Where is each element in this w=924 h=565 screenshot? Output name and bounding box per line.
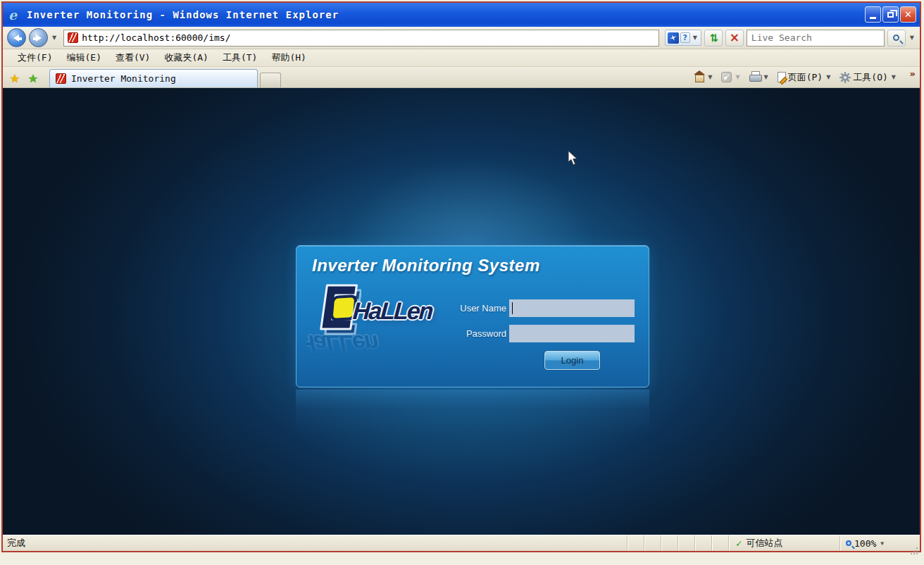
page-menu-button[interactable]: 页面(P) ▼ xyxy=(775,69,835,86)
tab-favicon xyxy=(56,73,66,84)
browser-window: e Inverter Monitoring - Windows Internet… xyxy=(1,1,921,552)
minimize-icon xyxy=(870,17,876,19)
plugin-button-group[interactable]: ? ▼ xyxy=(665,30,701,46)
home-icon xyxy=(694,74,704,83)
new-tab-button[interactable] xyxy=(260,73,281,87)
add-favorite-button[interactable]: ★ xyxy=(24,70,42,87)
page-menu-label: 页面(P) xyxy=(788,71,823,84)
restore-icon xyxy=(887,12,894,18)
security-zone-badge[interactable]: ✓ 可信站点 xyxy=(728,535,839,551)
tab-title: Inverter Monitoring xyxy=(71,73,176,84)
username-input[interactable] xyxy=(509,299,635,317)
username-label: User Name xyxy=(401,303,506,313)
home-button[interactable]: ▼ xyxy=(691,69,716,86)
status-cell xyxy=(661,535,678,551)
toolbar-overflow-chevron[interactable]: » xyxy=(910,68,916,79)
page-icon xyxy=(778,72,786,82)
title-bar: e Inverter Monitoring - Windows Internet… xyxy=(3,3,920,27)
password-label: Password xyxy=(401,328,506,339)
minimize-button[interactable] xyxy=(865,6,881,23)
search-input[interactable] xyxy=(751,32,880,43)
menu-item-favorites[interactable]: 收藏夹(A) xyxy=(158,50,214,66)
login-button[interactable]: Login xyxy=(544,351,600,370)
menu-item-edit[interactable]: 编辑(E) xyxy=(60,50,107,66)
zoom-level: 100% xyxy=(854,538,876,549)
tab-command-bar: ★ ★ Inverter Monitoring ▼ ▼ ▼ 页面(P) ▼ xyxy=(3,67,920,88)
check-icon: ✓ xyxy=(736,538,742,549)
zoom-magnifier-icon xyxy=(846,540,851,546)
stop-icon: × xyxy=(730,32,739,44)
tools-menu-button[interactable]: 工具(O) ▼ xyxy=(837,69,900,86)
navigation-toolbar: ▼ ? ▼ ⇄ × ▼ xyxy=(3,27,920,49)
plugin-help-icon[interactable]: ? xyxy=(680,32,690,43)
zoom-control[interactable]: 100% ▼ xyxy=(839,535,909,551)
tab-inverter-monitoring[interactable]: Inverter Monitoring xyxy=(49,69,258,87)
ie-logo-icon: e xyxy=(8,8,23,22)
trusted-sites-label: 可信站点 xyxy=(746,537,782,550)
url-input[interactable] xyxy=(82,32,655,43)
close-button[interactable]: ✕ xyxy=(900,6,916,23)
mouse-cursor xyxy=(568,150,578,166)
rss-feed-icon xyxy=(721,72,732,82)
back-arrow-icon xyxy=(10,35,19,42)
search-box[interactable] xyxy=(747,30,885,46)
menu-item-help[interactable]: 帮助(H) xyxy=(265,50,312,66)
window-title: Inverter Monitoring - Windows Internet E… xyxy=(27,9,339,20)
printer-icon xyxy=(749,73,761,82)
login-panel-title: Inverter Monitoring System xyxy=(312,256,540,275)
address-bar[interactable] xyxy=(63,30,659,46)
home-dropdown-icon[interactable]: ▼ xyxy=(706,74,713,80)
gear-icon xyxy=(839,72,851,83)
feeds-dropdown-icon: ▼ xyxy=(734,74,741,80)
restore-button[interactable] xyxy=(882,6,899,23)
back-button[interactable] xyxy=(7,28,26,47)
search-button[interactable] xyxy=(887,30,906,46)
resize-grip[interactable] xyxy=(909,535,920,551)
tools-menu-label: 工具(O) xyxy=(853,71,887,84)
password-input[interactable] xyxy=(509,325,635,342)
plugin-dropdown-icon[interactable]: ▼ xyxy=(692,35,699,41)
plugin-bird-icon[interactable] xyxy=(668,32,679,44)
tools-dropdown-icon[interactable]: ▼ xyxy=(890,74,897,80)
stop-button[interactable]: × xyxy=(725,30,744,46)
add-star-icon: ★ xyxy=(28,72,38,85)
site-favicon xyxy=(68,32,78,43)
menu-item-view[interactable]: 查看(V) xyxy=(109,50,156,66)
history-dropdown[interactable]: ▼ xyxy=(51,35,58,41)
print-dropdown-icon[interactable]: ▼ xyxy=(763,74,770,80)
page-dropdown-icon[interactable]: ▼ xyxy=(825,74,832,80)
status-text: 完成 xyxy=(3,537,627,550)
search-icon xyxy=(893,35,899,41)
search-dropdown-icon[interactable]: ▼ xyxy=(909,35,916,41)
page-content: Inverter Monitoring System HaLLen HaLLen xyxy=(3,88,920,535)
zoom-dropdown-icon[interactable]: ▼ xyxy=(879,540,885,547)
forward-button[interactable] xyxy=(29,28,48,47)
star-icon: ★ xyxy=(10,72,20,85)
menu-item-file[interactable]: 文件(F) xyxy=(11,50,58,66)
status-cell xyxy=(644,535,661,551)
feeds-button[interactable]: ▼ xyxy=(718,69,744,86)
status-cell xyxy=(627,535,644,551)
menu-item-tools[interactable]: 工具(T) xyxy=(216,50,263,66)
print-button[interactable]: ▼ xyxy=(747,69,773,86)
close-icon: ✕ xyxy=(904,10,912,19)
login-panel: Inverter Monitoring System HaLLen HaLLen xyxy=(296,245,649,387)
command-buttons: ▼ ▼ ▼ 页面(P) ▼ 工具(O xyxy=(691,67,917,87)
status-cell xyxy=(711,535,728,551)
forward-arrow-icon xyxy=(36,35,45,42)
panel-reflection xyxy=(296,390,649,433)
menu-bar: 文件(F) 编辑(E) 查看(V) 收藏夹(A) 工具(T) 帮助(H) xyxy=(3,49,920,67)
refresh-icon: ⇄ xyxy=(708,33,718,42)
status-cell xyxy=(678,535,694,551)
favorites-center-button[interactable]: ★ xyxy=(6,70,24,87)
status-cell xyxy=(694,535,711,551)
refresh-button[interactable]: ⇄ xyxy=(704,30,723,46)
status-bar: 完成 ✓ 可信站点 100% ▼ xyxy=(3,535,920,551)
text-caret xyxy=(512,302,513,314)
